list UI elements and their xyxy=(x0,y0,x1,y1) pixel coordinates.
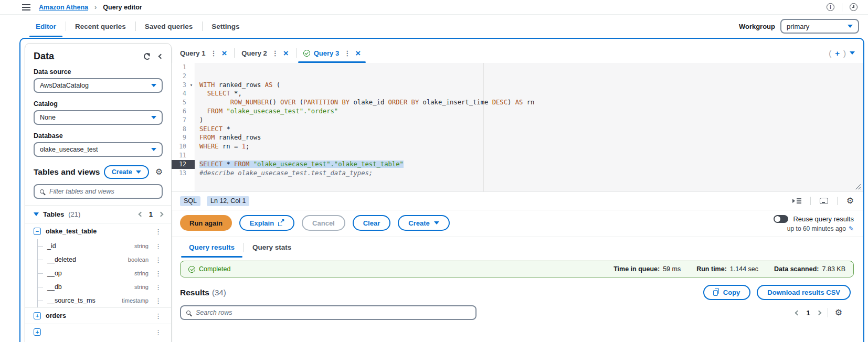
kebab-menu-icon[interactable]: ⋮ xyxy=(343,50,352,57)
prev-page-icon[interactable] xyxy=(795,310,800,315)
new-query-control[interactable]: (+) xyxy=(829,43,863,63)
gear-icon[interactable]: ⚙ xyxy=(155,168,163,176)
close-icon[interactable]: × xyxy=(283,49,289,58)
query-editor-column: Query 1⋮×Query 2⋮×Query 3⋮×(+) 123▾WITH … xyxy=(172,39,863,342)
next-page-icon[interactable] xyxy=(158,212,164,217)
query-tab-bar: Query 1⋮×Query 2⋮×Query 3⋮×(+) xyxy=(172,43,863,63)
page-number[interactable]: 1 xyxy=(806,309,810,317)
tab-settings[interactable]: Settings xyxy=(202,15,249,38)
expand-icon[interactable]: + xyxy=(34,312,41,319)
expand-icon[interactable]: + xyxy=(34,328,41,336)
paren: ) xyxy=(843,49,846,58)
stat-data-scanned: Data scanned:7.83 KB xyxy=(774,265,845,273)
code-line: 13#describe olake_usecase_test.test_data… xyxy=(172,169,863,178)
query-status-banner: Completed Time in queue:59 ms Run time:1… xyxy=(180,261,854,277)
chevron-down-icon[interactable] xyxy=(850,51,855,55)
tab-recent-queries[interactable]: Recent queries xyxy=(66,15,135,38)
run-again-button[interactable]: Run again xyxy=(180,215,232,231)
reuse-note: up to 60 minutes ago xyxy=(787,225,846,232)
select-value: None xyxy=(40,114,56,121)
table-row[interactable]: +⋮ xyxy=(34,324,163,340)
kebab-menu-icon[interactable]: ⋮ xyxy=(154,329,163,336)
query-tab[interactable]: Query 1⋮× xyxy=(173,43,234,63)
field-label: Database xyxy=(34,132,163,140)
gutter-cell: 3▾ xyxy=(172,81,195,90)
filter-tables-input[interactable] xyxy=(48,187,156,196)
database-select[interactable]: olake_usecase_test xyxy=(34,142,163,157)
kebab-menu-icon[interactable]: ⋮ xyxy=(154,313,163,319)
copy-button[interactable]: Copy xyxy=(703,285,751,300)
catalog-select[interactable]: None xyxy=(34,110,163,125)
kebab-menu-icon[interactable]: ⋮ xyxy=(154,297,163,304)
kebab-menu-icon[interactable]: ⋮ xyxy=(154,270,163,277)
keyboard-shortcuts-icon[interactable] xyxy=(820,198,828,204)
query-tab[interactable]: Query 3⋮× xyxy=(296,43,368,63)
chevron-down-icon xyxy=(136,170,141,174)
query-tab[interactable]: Query 2⋮× xyxy=(234,43,295,63)
kebab-menu-icon[interactable]: ⋮ xyxy=(209,50,218,57)
breadcrumb-page: Query editor xyxy=(103,4,142,11)
page-number[interactable]: 1 xyxy=(149,210,153,218)
info-icon[interactable]: i xyxy=(827,3,834,11)
clock-icon[interactable] xyxy=(850,3,858,11)
data-source-select[interactable]: AwsDataCatalog xyxy=(34,78,163,93)
cancel-button[interactable]: Cancel xyxy=(302,215,345,231)
format-query-icon[interactable] xyxy=(792,198,801,204)
results-header: Results (34) Copy Download results CSV xyxy=(172,277,863,303)
search-rows-input[interactable] xyxy=(195,308,470,317)
cursor-position-badge: Ln 12, Col 1 xyxy=(207,196,249,206)
hamburger-menu-icon[interactable] xyxy=(22,7,30,8)
prev-page-icon[interactable] xyxy=(138,212,143,217)
success-check-icon xyxy=(188,266,195,273)
workgroup-select[interactable]: primary xyxy=(780,19,859,34)
kebab-menu-icon[interactable]: ⋮ xyxy=(154,284,163,291)
data-sidebar: Data Data source AwsDataCatalog Catalog … xyxy=(25,43,172,342)
table-row[interactable]: −olake_test_table⋮ xyxy=(34,223,163,239)
collapse-icon[interactable]: − xyxy=(34,228,41,235)
code-editor[interactable]: 123▾WITH ranked_rows AS (4 SELECT *,5 RO… xyxy=(172,63,863,192)
query-tab-label: Query 2 xyxy=(241,49,267,57)
paren: ( xyxy=(829,49,831,58)
close-icon[interactable]: × xyxy=(221,49,227,58)
tab-query-results[interactable]: Query results xyxy=(180,237,244,258)
kebab-menu-icon[interactable]: ⋮ xyxy=(271,50,280,57)
gear-icon[interactable]: ⚙ xyxy=(846,197,854,205)
gutter-cell: 12 xyxy=(172,160,195,169)
divider xyxy=(810,197,811,205)
tab-query-stats[interactable]: Query stats xyxy=(244,237,300,258)
tab-editor[interactable]: Editor xyxy=(26,15,66,38)
refresh-icon[interactable] xyxy=(144,53,151,60)
divider xyxy=(842,3,842,12)
next-page-icon[interactable] xyxy=(816,310,821,315)
create-button[interactable]: Create xyxy=(104,165,149,179)
gutter-cell: 5 xyxy=(172,98,195,107)
tab-saved-queries[interactable]: Saved queries xyxy=(135,15,203,38)
kebab-menu-icon[interactable]: ⋮ xyxy=(154,256,163,263)
close-icon[interactable]: × xyxy=(355,49,361,58)
kebab-menu-icon[interactable]: ⋮ xyxy=(154,243,163,250)
explain-button[interactable]: Explain xyxy=(239,215,294,231)
code-line: 8SELECT * xyxy=(172,125,863,134)
tab-label: Settings xyxy=(211,23,239,30)
download-results-csv-button[interactable]: Download results CSV xyxy=(757,285,851,300)
collapse-panel-icon[interactable] xyxy=(158,54,164,59)
kebab-menu-icon[interactable]: ⋮ xyxy=(154,228,163,235)
table-row[interactable]: +orders⋮ xyxy=(34,308,163,324)
chevron-down-icon xyxy=(151,148,156,151)
reuse-results-toggle[interactable] xyxy=(774,215,788,223)
gutter-cell: 4 xyxy=(172,89,195,98)
tab-label: Query results xyxy=(189,243,235,251)
breadcrumb-app-link[interactable]: Amazon Athena xyxy=(39,4,88,11)
create-button-editor[interactable]: Create xyxy=(398,215,449,231)
code-line: 9FROM ranked_rows xyxy=(172,133,863,142)
expand-tables-icon[interactable] xyxy=(34,212,39,216)
chevron-down-icon xyxy=(151,116,156,119)
explain-label: Explain xyxy=(250,219,274,227)
gear-icon[interactable]: ⚙ xyxy=(835,308,842,317)
sidebar-title: Data xyxy=(34,51,54,62)
resize-handle[interactable] xyxy=(855,184,861,189)
clear-button[interactable]: Clear xyxy=(353,215,391,231)
field-label: Data source xyxy=(34,68,163,76)
add-query-icon[interactable]: + xyxy=(835,49,840,58)
edit-pencil-icon[interactable]: ✎ xyxy=(849,225,854,232)
